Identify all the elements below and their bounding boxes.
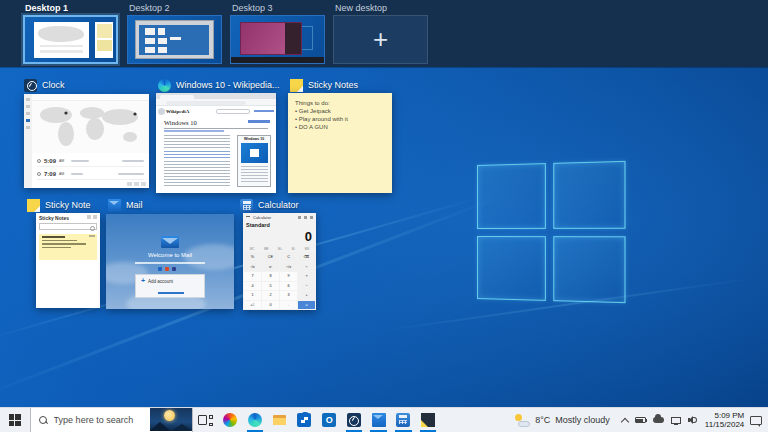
memory-key: M- xyxy=(292,247,296,251)
sticky-note-thumbnail[interactable]: Things to do: • Get Jetpack • Play aroun… xyxy=(288,93,392,193)
taskbar-search-box[interactable] xyxy=(30,408,194,432)
desktop-3-label[interactable]: Desktop 3 xyxy=(232,3,273,13)
windows10-logo xyxy=(250,149,259,157)
mail-icon xyxy=(372,413,386,427)
account-icon xyxy=(158,267,162,271)
desktop-2-thumbnail[interactable] xyxy=(127,15,222,64)
calc-key: +/- xyxy=(244,301,261,310)
mini-clock-window xyxy=(34,22,89,58)
calc-key: C xyxy=(280,252,297,262)
calc-key-equals: = xyxy=(298,301,315,310)
start-button[interactable] xyxy=(0,408,30,432)
task-view-button[interactable] xyxy=(193,408,218,432)
mail-taskbar-button[interactable] xyxy=(366,408,391,432)
wikipedia-globe-logo xyxy=(158,108,165,115)
calc-key: × xyxy=(298,272,315,281)
desktop-1-thumbnail[interactable] xyxy=(23,15,118,64)
clock-app-icon xyxy=(347,413,361,427)
calculator-icon xyxy=(396,413,410,427)
sticky-notes-window-label: Sticky Notes xyxy=(308,80,358,90)
clock-label-bar xyxy=(71,160,89,162)
add-account-label: Add account xyxy=(148,279,173,284)
control-glyph xyxy=(134,182,139,186)
clock-time: 5:09 xyxy=(44,158,56,164)
calc-key: 9 xyxy=(280,272,297,281)
clock-titlebar xyxy=(32,94,149,101)
ready-link-bar xyxy=(158,292,184,294)
mail-envelope-icon xyxy=(161,236,179,248)
rail-item xyxy=(26,112,30,115)
windows-start-icon xyxy=(9,414,21,426)
store-button[interactable] xyxy=(292,408,317,432)
mini-sticky-note xyxy=(97,24,112,38)
mini-purple-window xyxy=(240,22,301,56)
calc-key: ÷ xyxy=(298,263,315,272)
clock-window-label: Clock xyxy=(42,80,65,90)
mini-notes-column xyxy=(95,22,113,58)
sticky-list-window-label: Sticky Note xyxy=(45,200,91,210)
mini-gray-window xyxy=(135,20,213,59)
sticky-notes-icon xyxy=(27,199,40,212)
address-bar xyxy=(166,101,246,105)
clock-row: 5:09 AM xyxy=(37,155,144,167)
clock-ampm: AM xyxy=(59,159,64,163)
weather-temperature: 8°C xyxy=(535,415,550,425)
calculator-window-thumbnail[interactable]: Calculator Standard 0 MC MR M+ M- MS % C… xyxy=(243,213,316,310)
languages-link xyxy=(248,120,270,123)
desktop-2-label[interactable]: Desktop 2 xyxy=(129,3,170,13)
clock-taskbar-button[interactable] xyxy=(342,408,367,432)
memory-key: M+ xyxy=(278,247,282,251)
plus-icon[interactable]: + xyxy=(334,16,427,63)
weather-widget[interactable]: 8°C Mostly cloudy xyxy=(514,408,610,432)
mail-window-title: Mail xyxy=(108,198,143,212)
mail-subtext-bar xyxy=(135,262,205,264)
taskbar-clock[interactable]: 5:09 PM 11/15/2024 xyxy=(705,408,744,432)
clock-ampm: AM xyxy=(59,172,64,176)
control-glyph xyxy=(127,182,132,186)
battery-icon[interactable] xyxy=(635,417,646,423)
windows-logo-pane xyxy=(477,236,545,301)
calculator-titlebar: Calculator xyxy=(243,213,316,221)
file-explorer-button[interactable] xyxy=(267,408,292,432)
search-highlight-image[interactable] xyxy=(150,408,192,431)
calc-key: 0 xyxy=(262,301,279,310)
sticky-notes-taskbar-button[interactable] xyxy=(416,408,441,432)
copilot-button[interactable] xyxy=(218,408,243,432)
search-input[interactable] xyxy=(54,415,146,425)
desktop-1-label[interactable]: Desktop 1 xyxy=(25,3,68,13)
wikipedia-window-thumbnail[interactable]: WikipediA Windows 10 Windows 10 xyxy=(156,93,276,193)
control-glyph xyxy=(141,182,146,186)
onedrive-icon[interactable] xyxy=(653,417,664,423)
calc-key: − xyxy=(298,282,315,291)
clock-row: 7:09 AM xyxy=(37,168,144,180)
outlook-button[interactable] xyxy=(317,408,342,432)
edge-taskbar-button[interactable] xyxy=(243,408,268,432)
calculator-taskbar-button[interactable] xyxy=(391,408,416,432)
mini-taskbar xyxy=(231,57,324,63)
desktop-3-thumbnail[interactable] xyxy=(230,15,325,64)
show-hidden-icons-chevron[interactable] xyxy=(621,417,629,425)
browser-toolbar xyxy=(156,99,276,106)
heading-rule xyxy=(164,128,268,129)
calculator-mode: Standard xyxy=(246,222,270,228)
volume-icon[interactable] xyxy=(688,416,697,425)
clock-window-thumbnail[interactable]: 5:09 AM 7:09 AM xyxy=(24,94,149,188)
infobox-text xyxy=(241,166,268,184)
windows-logo-pane xyxy=(477,163,545,228)
mini-row xyxy=(40,45,84,48)
new-desktop-button[interactable]: + xyxy=(333,15,428,64)
file-explorer-icon xyxy=(273,413,287,427)
note-line: Things to do: xyxy=(295,99,392,107)
rail-item xyxy=(26,98,30,101)
edge-icon xyxy=(158,79,171,92)
sticky-list-thumbnail[interactable]: Sticky Notes xyxy=(36,213,100,308)
edge-window-title: Windows 10 - Wikipedia... xyxy=(158,78,280,92)
mail-icon xyxy=(108,199,121,212)
action-center-button[interactable] xyxy=(744,408,768,432)
new-desktop-label[interactable]: New desktop xyxy=(335,3,387,13)
network-icon[interactable] xyxy=(671,417,681,424)
calc-key: % xyxy=(244,252,261,262)
mini-tile xyxy=(158,38,168,45)
article-text xyxy=(164,135,230,149)
mail-window-thumbnail[interactable]: Welcome to Mail + Add account xyxy=(106,214,234,309)
